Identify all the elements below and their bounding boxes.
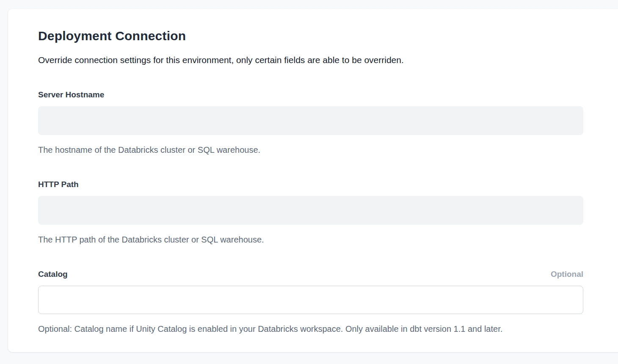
server-hostname-label: Server Hostname [38, 89, 104, 100]
catalog-label: Catalog [38, 269, 68, 279]
field-group-catalog: Catalog Optional Optional: Catalog name … [38, 269, 583, 334]
card-content: Deployment Connection Override connectio… [8, 9, 583, 334]
http-path-label: HTTP Path [38, 179, 79, 190]
http-path-help: The HTTP path of the Databricks cluster … [38, 234, 583, 245]
server-hostname-input [38, 106, 583, 135]
page-title: Deployment Connection [38, 28, 583, 44]
deployment-connection-card: Deployment Connection Override connectio… [8, 9, 618, 352]
server-hostname-help: The hostname of the Databricks cluster o… [38, 144, 583, 155]
catalog-help: Optional: Catalog name if Unity Catalog … [38, 323, 583, 334]
field-label-row: HTTP Path [38, 179, 583, 190]
page-subtitle: Override connection settings for this en… [38, 54, 583, 66]
http-path-input [38, 196, 583, 225]
field-group-http-path: HTTP Path The HTTP path of the Databrick… [38, 179, 583, 245]
catalog-input[interactable] [38, 286, 583, 314]
field-group-server-hostname: Server Hostname The hostname of the Data… [38, 89, 583, 155]
field-label-row: Server Hostname [38, 89, 583, 100]
optional-badge: Optional [551, 269, 583, 279]
field-label-row: Catalog Optional [38, 269, 583, 279]
